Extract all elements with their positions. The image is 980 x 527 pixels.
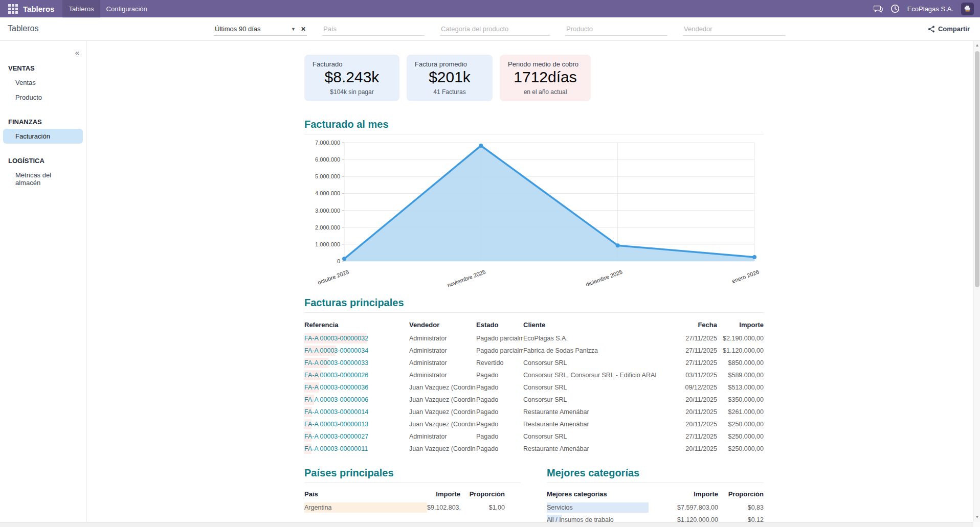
table-row[interactable]: FA-A 00003-00000033AdministratorRevertid… xyxy=(304,357,764,369)
sidebar-item-ventas[interactable]: Ventas xyxy=(0,75,86,90)
product-filter-input[interactable] xyxy=(565,23,667,36)
invoice-reference-link[interactable]: FA-A 00003-00000036 xyxy=(304,384,368,391)
user-avatar[interactable] xyxy=(961,3,974,15)
importe-cell: $261.000,00 xyxy=(717,406,764,418)
app-brand[interactable]: Tableros xyxy=(23,5,54,13)
invoice-reference-link[interactable]: FA-A 00003-00000014 xyxy=(304,408,368,416)
table-row[interactable]: FA-A 00003-00000032AdministratorPagado p… xyxy=(304,332,764,345)
vendedor-cell: Juan Vazquez (Coordinac xyxy=(409,381,476,394)
column-header-referencia: Referencia xyxy=(304,318,409,332)
activities-clock-icon[interactable] xyxy=(890,4,900,13)
share-button[interactable]: Compartir xyxy=(928,25,970,33)
scrollbar-thumb[interactable] xyxy=(975,51,979,287)
cliente-cell: Restaurante Amenábar xyxy=(523,443,673,455)
kpi-periodo-medio-cobro[interactable]: Periodo medio de cobro 1712días en el añ… xyxy=(500,55,591,101)
fecha-cell: 20/11/2025 xyxy=(673,394,717,406)
table-row[interactable]: FA-A 00003-00000013Juan Vazquez (Coordin… xyxy=(304,418,764,430)
country-filter-input[interactable] xyxy=(322,23,425,36)
nav-item-configuracion[interactable]: Configuración xyxy=(100,0,153,18)
vendedor-cell: Juan Vazquez (Coordinac xyxy=(409,394,476,406)
name-cell: Servicios xyxy=(547,501,675,514)
invoice-reference-cell: FA-A 00003-00000034 xyxy=(304,345,409,357)
estado-cell: Pagado xyxy=(476,430,523,443)
clear-filter-icon[interactable]: ✕ xyxy=(301,26,306,33)
invoice-reference-link[interactable]: FA-A 00003-00000011 xyxy=(304,445,368,452)
invoice-reference-cell: FA-A 00003-00000006 xyxy=(304,394,409,406)
column-header-importe: Importe xyxy=(675,487,718,501)
invoice-reference-cell: FA-A 00003-00000011 xyxy=(304,443,409,455)
fecha-cell: 09/12/2025 xyxy=(673,381,717,394)
date-range-value: Últimos 90 días xyxy=(215,25,291,33)
importe-cell: $250.000,00 xyxy=(717,418,764,430)
invoices-table: ReferenciaVendedorEstadoClienteFechaImpo… xyxy=(304,318,764,455)
column-header-fecha: Fecha xyxy=(673,318,717,332)
kpi-facturado[interactable]: Facturado $8.243k $104k sin pagar xyxy=(304,55,399,101)
column-header-vendedor: Vendedor xyxy=(409,318,476,332)
salesperson-filter-input[interactable] xyxy=(683,23,785,36)
chart-section-title: Facturado al mes xyxy=(304,119,764,134)
svg-text:5.000.000: 5.000.000 xyxy=(315,173,340,179)
product-category-filter-input[interactable] xyxy=(440,23,550,36)
table-row[interactable]: FA-A 00003-00000034AdministratorPagado p… xyxy=(304,345,764,357)
kpi-subtext: en el año actual xyxy=(500,88,591,96)
date-range-filter[interactable]: Últimos 90 días ▼ ✕ xyxy=(214,23,307,36)
estado-cell: Revertido xyxy=(476,357,523,369)
estado-cell: Pagado xyxy=(476,381,523,394)
invoice-reference-link[interactable]: FA-A 00003-00000032 xyxy=(304,335,368,342)
bottom-tables-row: Países principales PaísImporteProporción… xyxy=(304,467,764,522)
breadcrumb[interactable]: Tableros xyxy=(8,24,38,33)
sidebar-section: FINANZASFacturación xyxy=(0,115,86,144)
table-row[interactable]: Argentina$9.102.803,00$1,00 xyxy=(304,501,505,514)
nav-item-tableros[interactable]: Tableros xyxy=(62,0,100,18)
sidebar-item-facturación[interactable]: Facturación xyxy=(3,129,83,144)
sidebar-item-producto[interactable]: Producto xyxy=(0,90,86,105)
sidebar-item-métricas-del-almacén[interactable]: Métricas del almacén xyxy=(0,168,86,190)
sidebar-collapse-icon[interactable]: « xyxy=(75,48,79,57)
table-row[interactable]: FA-A 00003-00000027AdministratorPagadoCo… xyxy=(304,430,764,443)
cliente-cell: Restaurante Amenábar xyxy=(523,418,673,430)
vertical-scrollbar[interactable]: ▲ ▼ xyxy=(973,41,980,522)
invoice-reference-link[interactable]: FA-A 00003-00000006 xyxy=(304,396,368,403)
svg-text:4.000.000: 4.000.000 xyxy=(315,190,340,196)
table-row[interactable]: FA-A 00003-00000026AdministratorPagadoCo… xyxy=(304,369,764,381)
invoice-reference-link[interactable]: FA-A 00003-00000033 xyxy=(304,359,368,366)
svg-text:diciembre 2025: diciembre 2025 xyxy=(585,269,623,288)
sidebar-section-title: LOGÍSTICA xyxy=(0,154,86,168)
importe-cell: $589.000,00 xyxy=(717,369,764,381)
table-row[interactable]: FA-A 00003-00000006Juan Vazquez (Coordin… xyxy=(304,394,764,406)
table-row[interactable]: FA-A 00003-00000011Juan Vazquez (Coordin… xyxy=(304,443,764,455)
chevron-down-icon[interactable]: ▼ xyxy=(291,27,296,32)
company-name[interactable]: EcoPlagas S.A. xyxy=(907,5,953,13)
table-row[interactable]: All / Insumos de trabajo$1.120.000,00$0,… xyxy=(547,514,764,522)
top-navbar: Tableros Tableros Configuración EcoPlaga… xyxy=(0,0,980,17)
apps-menu-icon[interactable] xyxy=(8,4,18,14)
vendedor-cell: Juan Vazquez (Coordinac xyxy=(409,443,476,455)
name-label: Servicios xyxy=(547,504,573,511)
invoice-reference-link[interactable]: FA-A 00003-00000027 xyxy=(304,433,368,440)
filter-bar: Últimos 90 días ▼ ✕ xyxy=(214,23,785,36)
scroll-up-icon[interactable]: ▲ xyxy=(974,42,980,49)
invoice-reference-link[interactable]: FA-A 00003-00000026 xyxy=(304,372,368,379)
vendedor-cell: Administrator xyxy=(409,345,476,357)
fecha-cell: 27/11/2025 xyxy=(673,430,717,443)
scrollbar-corner xyxy=(973,522,980,527)
messages-icon[interactable] xyxy=(874,4,883,13)
importe-cell: $350.000,00 xyxy=(717,394,764,406)
cliente-cell: Restaurante Amenábar xyxy=(523,406,673,418)
svg-text:octubre 2025: octubre 2025 xyxy=(317,269,349,286)
kpi-label: Factura promedio xyxy=(407,55,493,68)
table-row[interactable]: Servicios$7.597.803,00$0,83 xyxy=(547,501,764,514)
invoice-reference-link[interactable]: FA-A 00003-00000034 xyxy=(304,347,368,354)
invoice-reference-link[interactable]: FA-A 00003-00000013 xyxy=(304,421,368,428)
importe-cell: $2.190.000,00 xyxy=(717,332,764,345)
categories-panel: Mejores categorías Mejores categoríasImp… xyxy=(547,467,764,522)
table-row[interactable]: FA-A 00003-00000036Juan Vazquez (Coordin… xyxy=(304,381,764,394)
control-panel: Tableros Últimos 90 días ▼ ✕ Compartir xyxy=(0,17,980,41)
scroll-down-icon[interactable]: ▼ xyxy=(974,514,980,521)
kpi-factura-promedio[interactable]: Factura promedio $201k 41 Facturas xyxy=(407,55,493,101)
vendedor-cell: Juan Vazquez (Coordinac xyxy=(409,406,476,418)
kpi-value: 1712días xyxy=(500,68,591,86)
fecha-cell: 20/11/2025 xyxy=(673,418,717,430)
table-row[interactable]: FA-A 00003-00000014Juan Vazquez (Coordin… xyxy=(304,406,764,418)
svg-text:2.000.000: 2.000.000 xyxy=(315,224,340,231)
